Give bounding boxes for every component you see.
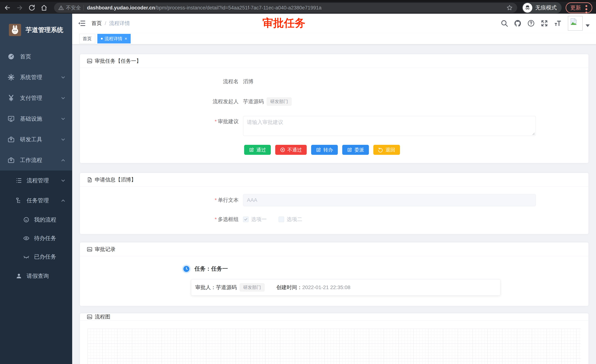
clock-icon	[183, 266, 190, 272]
sidebar-item-label: 待办任务	[34, 234, 66, 242]
approval-task-card: 审批任务【任务一】 流程名 滔博 流程发起人 芋道源码 研发部门	[80, 54, 589, 163]
breadcrumb-home[interactable]: 首页	[91, 20, 102, 27]
breadcrumb-current: 流程详情	[109, 20, 130, 27]
sidebar-item-process-mgmt[interactable]: 流程管理	[0, 171, 72, 190]
sidebar-item-done-tasks[interactable]: 已办任务	[0, 248, 72, 266]
bpmn-diagram-canvas[interactable]	[88, 329, 581, 364]
card-body	[80, 320, 589, 364]
main-area: 审批任务 首页 / 流程详情	[72, 14, 596, 364]
required-asterisk: *	[215, 119, 217, 124]
picture-icon	[87, 58, 93, 64]
avatar[interactable]	[568, 16, 583, 31]
address-bar[interactable]: 不安全 dashboard.yudao.iocoder.cn/bpm/proce…	[54, 3, 517, 13]
card-title: 流程图	[95, 313, 110, 320]
app-logo[interactable]: 芋道管理系统	[0, 14, 72, 46]
tag-process-detail[interactable]: 流程详情 ×	[97, 34, 131, 44]
sidebar-item-workflow[interactable]: 工作流程	[0, 150, 72, 171]
chevron-up-icon	[60, 198, 66, 203]
sidebar-item-label: 流程管理	[27, 177, 60, 184]
sidebar-item-task-mgmt[interactable]: 任务管理	[0, 190, 72, 211]
browser-menu-icon[interactable]	[584, 4, 589, 11]
eye-open-icon	[23, 235, 30, 241]
tree-icon	[15, 197, 22, 204]
initiator-name: 芋道源码	[243, 96, 264, 107]
sidebar-item-infra[interactable]: 基础设施	[0, 108, 72, 129]
card-title: 审批记录	[95, 246, 115, 253]
checkbox-unchecked-icon	[279, 217, 284, 222]
delegate-button[interactable]: 委派	[342, 145, 369, 155]
incognito-icon	[523, 3, 532, 13]
sidebar-item-label: 基础设施	[20, 115, 60, 123]
picture-icon	[87, 246, 93, 252]
security-label[interactable]: 不安全	[66, 4, 81, 11]
dashboard-icon	[7, 53, 15, 60]
field-label: *多选框组	[87, 216, 243, 222]
sidebar-item-home[interactable]: 首页	[0, 46, 72, 67]
github-icon[interactable]	[514, 19, 522, 27]
chevron-down-icon	[60, 137, 66, 142]
list-icon	[15, 177, 22, 184]
sidebar-item-system[interactable]: 系统管理	[0, 67, 72, 88]
forward-icon[interactable]	[16, 4, 23, 11]
sidebar-item-payment[interactable]: 支付管理	[0, 88, 72, 108]
page-content: 审批任务【任务一】 流程名 滔博 流程发起人 芋道源码 研发部门	[72, 44, 596, 364]
approve-button[interactable]: 通过	[244, 145, 271, 155]
sidebar-item-my-process[interactable]: 我的流程	[0, 211, 72, 229]
sidebar-item-label: 请假查询	[27, 272, 66, 280]
field-label: 流程发起人	[87, 96, 243, 107]
sidebar-item-label: 系统管理	[20, 74, 60, 81]
transfer-button[interactable]: 转办	[311, 145, 338, 155]
active-dot	[101, 38, 103, 40]
app-frame: 芋道管理系统 首页 系统管理 支付管理 基础设施	[0, 14, 596, 364]
checkbox-label: 选项二	[287, 216, 302, 223]
sidebar-filler	[0, 286, 72, 364]
return-button[interactable]: 退回	[373, 145, 400, 155]
search-icon[interactable]	[500, 19, 508, 27]
help-icon[interactable]	[527, 19, 535, 27]
picture-icon	[87, 314, 93, 320]
timeline-node: 任务：任务一	[183, 265, 582, 273]
url-text[interactable]: dashboard.yudao.iocoder.cn/bpm/process-i…	[87, 5, 503, 11]
sidebar-fold-icon[interactable]	[78, 19, 86, 27]
initiator-value: 芋道源码 研发部门	[243, 96, 291, 107]
sidebar-item-leave-query[interactable]: 请假查询	[0, 266, 72, 286]
action-buttons: 通过 不通过 转办 委	[244, 145, 582, 155]
card-title: 申请信息【滔博】	[95, 176, 136, 183]
avatar-caret-icon[interactable]	[586, 24, 590, 27]
reload-icon[interactable]	[28, 4, 36, 11]
update-label: 更新	[570, 4, 581, 11]
sidebar-item-label: 我的流程	[34, 216, 66, 224]
url-path: /bpm/process-instance/detail?id=54aa251f…	[155, 5, 321, 11]
card-body: 流程名 滔博 流程发起人 芋道源码 研发部门 *审批建议	[80, 68, 589, 163]
approval-record-card: 审批记录 任务：任务一 审批人： 芋道	[80, 242, 589, 306]
back-icon[interactable]	[4, 4, 11, 11]
breadcrumb: 首页 / 流程详情	[91, 20, 130, 27]
sidebar-item-todo-tasks[interactable]: 待办任务	[0, 229, 72, 248]
process-diagram-card: 流程图	[80, 313, 589, 364]
bookmark-star-icon[interactable]	[506, 4, 513, 11]
chevron-down-icon	[60, 116, 66, 122]
reject-button[interactable]: 不通过	[275, 145, 307, 155]
sidebar-item-label: 研发工具	[20, 136, 60, 143]
logo-image	[9, 24, 21, 36]
tag-home[interactable]: 首页	[79, 34, 95, 44]
tags-view-bar: 首页 流程详情 ×	[72, 33, 596, 44]
tag-close-icon[interactable]: ×	[125, 36, 127, 41]
sidebar-item-label: 支付管理	[20, 94, 60, 102]
card-header: 审批任务【任务一】	[80, 54, 589, 68]
form-row-checkboxes: *多选框组 选项一 选项二	[87, 216, 582, 223]
fullscreen-icon[interactable]	[540, 19, 548, 27]
briefcase-icon	[7, 136, 15, 143]
timeline: 任务：任务一 审批人： 芋道源码 研发部门 创建时间： 2022-01-21 2…	[183, 265, 582, 296]
user-icon	[15, 273, 22, 279]
app-title: 芋道管理系统	[26, 26, 63, 34]
record-detail-card: 审批人： 芋道源码 研发部门 创建时间： 2022-01-21 22:35:08	[191, 279, 500, 296]
font-size-icon[interactable]	[554, 19, 562, 27]
url-host: dashboard.yudao.iocoder.cn	[87, 5, 155, 11]
page-title: 审批任务	[262, 16, 305, 30]
browser-update-button[interactable]: 更新	[566, 2, 592, 13]
sidebar-item-devtools[interactable]: 研发工具	[0, 129, 72, 150]
chevron-down-icon	[60, 178, 66, 183]
suggestion-textarea[interactable]	[243, 116, 536, 136]
home-icon[interactable]	[40, 4, 48, 11]
